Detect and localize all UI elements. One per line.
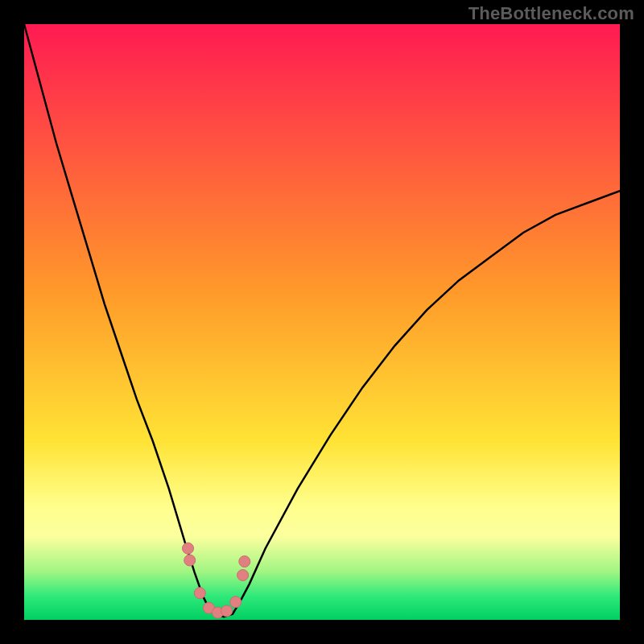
plot-area [24, 24, 620, 620]
bead-point [194, 588, 205, 599]
outer-frame: TheBottleneck.com [0, 0, 644, 644]
bead-point [230, 597, 242, 608]
gradient-background [24, 24, 620, 620]
bead-point [183, 543, 194, 554]
bead-point [239, 556, 250, 568]
bead-point [184, 555, 196, 566]
bead-point [221, 605, 233, 617]
bead-point [237, 570, 249, 581]
chart-svg [24, 24, 620, 620]
watermark-text: TheBottleneck.com [469, 3, 634, 24]
